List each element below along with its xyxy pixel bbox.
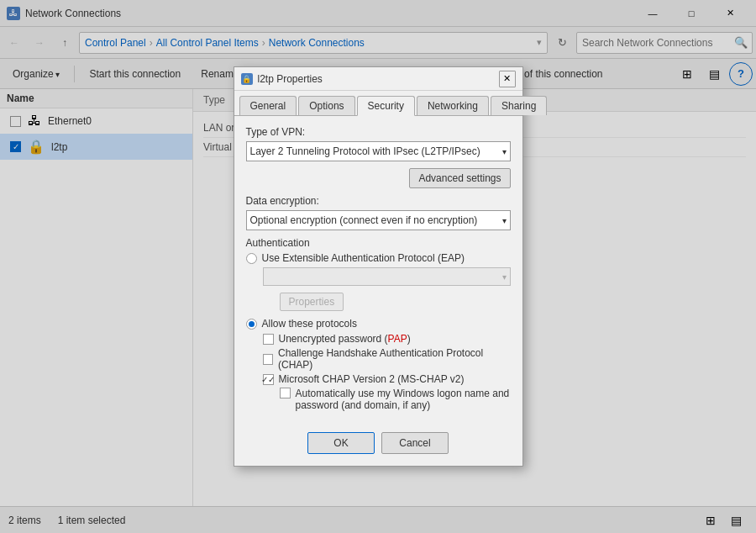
tab-sharing[interactable]: Sharing xyxy=(491,96,547,115)
protocols-radio[interactable] xyxy=(246,319,257,330)
vpn-type-group: Type of VPN: Layer 2 Tunneling Protocol … xyxy=(246,126,511,161)
eap-radio[interactable] xyxy=(246,253,257,264)
chap-label: Challenge Handshake Authentication Proto… xyxy=(278,347,510,371)
auto-logon-label: Automatically use my Windows logon name … xyxy=(296,388,510,411)
encryption-label: Data encryption: xyxy=(246,195,511,207)
advanced-row: Advanced settings xyxy=(246,168,511,188)
advanced-settings-button[interactable]: Advanced settings xyxy=(409,168,510,188)
properties-row: Properties xyxy=(263,289,511,314)
auth-label: Authentication xyxy=(246,237,511,249)
dialog-title: l2tp Properties xyxy=(258,73,499,85)
modal-overlay: 🔒 l2tp Properties ✕ General Options Secu… xyxy=(0,0,756,533)
chap-checkbox-row: Challenge Handshake Authentication Proto… xyxy=(263,347,511,371)
encryption-group: Data encryption: Optional encryption (co… xyxy=(246,195,511,230)
pap-checkbox-row: Unencrypted password (PAP) xyxy=(263,333,511,345)
auto-logon-checkbox[interactable] xyxy=(280,388,291,398)
dialog-close-button[interactable]: ✕ xyxy=(499,71,516,87)
pap-checkbox[interactable] xyxy=(263,334,274,345)
eap-method-select: ▾ xyxy=(263,267,511,286)
pap-text: PAP xyxy=(388,333,407,345)
vpn-type-label: Type of VPN: xyxy=(246,126,511,138)
vpn-type-value: Layer 2 Tunneling Protocol with IPsec (L… xyxy=(250,145,507,157)
eap-radio-label: Use Extensible Authentication Protocol (… xyxy=(262,252,465,264)
vpn-type-field: Layer 2 Tunneling Protocol with IPsec (L… xyxy=(246,141,511,161)
eap-select-value xyxy=(267,268,274,280)
dialog-buttons: OK Cancel xyxy=(234,424,522,466)
dialog-title-bar: 🔒 l2tp Properties ✕ xyxy=(234,67,522,91)
encryption-select[interactable]: Optional encryption (connect even if no … xyxy=(246,210,511,230)
dialog-icon: 🔒 xyxy=(241,73,253,85)
cancel-button[interactable]: Cancel xyxy=(381,432,449,454)
tab-networking[interactable]: Networking xyxy=(417,96,489,115)
tab-options[interactable]: Options xyxy=(298,96,354,115)
mschapv2-label: Microsoft CHAP Version 2 (MS-CHAP v2) xyxy=(279,373,465,385)
encryption-field: Optional encryption (connect even if no … xyxy=(246,210,511,230)
eap-radio-row: Use Extensible Authentication Protocol (… xyxy=(246,252,511,264)
eap-select-arrow: ▾ xyxy=(502,272,507,282)
mschapv2-checkbox[interactable]: ✓ xyxy=(263,374,274,385)
ok-button[interactable]: OK xyxy=(307,432,375,454)
protocols-radio-row: Allow these protocols xyxy=(246,318,511,330)
properties-button: Properties xyxy=(280,293,344,311)
l2tp-properties-dialog: 🔒 l2tp Properties ✕ General Options Secu… xyxy=(234,66,523,467)
eap-select-row: ▾ xyxy=(263,267,511,286)
tab-general[interactable]: General xyxy=(239,96,297,115)
protocols-radio-label: Allow these protocols xyxy=(262,318,357,330)
encryption-value: Optional encryption (connect even if no … xyxy=(250,214,507,226)
chap-checkbox[interactable] xyxy=(263,354,274,365)
dialog-tabs: General Options Security Networking Shar… xyxy=(234,91,522,116)
mschapv2-checkbox-row: ✓ Microsoft CHAP Version 2 (MS-CHAP v2) xyxy=(263,373,511,385)
dialog-content: Type of VPN: Layer 2 Tunneling Protocol … xyxy=(234,116,522,424)
vpn-type-select[interactable]: Layer 2 Tunneling Protocol with IPsec (L… xyxy=(246,141,511,161)
pap-label: Unencrypted password (PAP) xyxy=(279,333,411,345)
auto-logon-checkbox-row: Automatically use my Windows logon name … xyxy=(280,388,511,411)
tab-security[interactable]: Security xyxy=(357,96,415,116)
